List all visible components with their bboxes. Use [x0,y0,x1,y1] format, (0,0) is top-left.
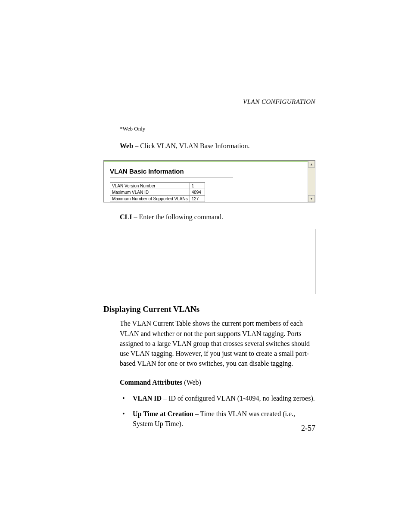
table-row: Maximum VLAN ID 4094 [110,189,205,196]
web-label: Web [120,142,133,149]
chevron-down-icon: ▼ [310,197,313,201]
scrollbar-track[interactable]: ▲ ▼ [308,161,315,202]
running-header: VLAN CONFIGURATION [103,98,315,106]
bullet-list: VLAN ID – ID of configured VLAN (1-4094,… [120,393,315,429]
scroll-up-button[interactable]: ▲ [308,161,315,168]
row-label: Maximum Number of Supported VLANs [110,196,190,202]
scroll-down-button[interactable]: ▼ [308,195,315,202]
bullet-text: – ID of configured VLAN (1-4094, no lead… [162,395,315,402]
cli-code-box [120,229,315,294]
web-instruction: Web – Click VLAN, VLAN Base Information. [120,141,315,151]
section-heading: Displaying Current VLANs [103,305,315,314]
row-label: Maximum VLAN ID [110,189,190,196]
cli-text: – Enter the following command. [132,213,223,221]
row-label: VLAN Version Number [110,183,190,189]
list-item: Up Time at Creation – Time this VLAN was… [120,409,315,429]
bullet-term: Up Time at Creation [133,410,193,417]
cli-label: CLI [120,213,132,221]
table-row: VLAN Version Number 1 [110,183,205,189]
row-value: 4094 [190,189,205,196]
row-value: 127 [190,196,205,202]
figure-title: VLAN Basic Information [110,168,309,175]
figure-top-border [104,161,315,162]
list-item: VLAN ID – ID of configured VLAN (1-4094,… [120,393,315,403]
bullet-term: VLAN ID [133,395,162,402]
header-text: VLAN CONFIGURATION [243,98,315,105]
cli-instruction: CLI – Enter the following command. [120,212,315,222]
web-text: – Click VLAN, VLAN Base Information. [133,142,249,149]
footnote-web-only: *Web Only [120,125,315,132]
command-attributes-heading: Command Attributes (Web) [120,379,315,386]
vlan-info-table: VLAN Version Number 1 Maximum VLAN ID 40… [110,182,205,202]
row-value: 1 [190,183,205,189]
chevron-up-icon: ▲ [310,162,313,166]
page-content: VLAN CONFIGURATION *Web Only Web – Click… [0,0,411,429]
page-number: 2-57 [301,424,315,433]
figure-inner: VLAN Basic Information VLAN Version Numb… [104,161,315,202]
command-attr-paren: (Web) [182,379,201,386]
table-row: Maximum Number of Supported VLANs 127 [110,196,205,202]
figure-divider [110,177,233,178]
command-attr-bold: Command Attributes [120,379,182,386]
vlan-basic-info-figure: VLAN Basic Information VLAN Version Numb… [103,160,315,202]
section-paragraph: The VLAN Current Table shows the current… [120,318,315,368]
